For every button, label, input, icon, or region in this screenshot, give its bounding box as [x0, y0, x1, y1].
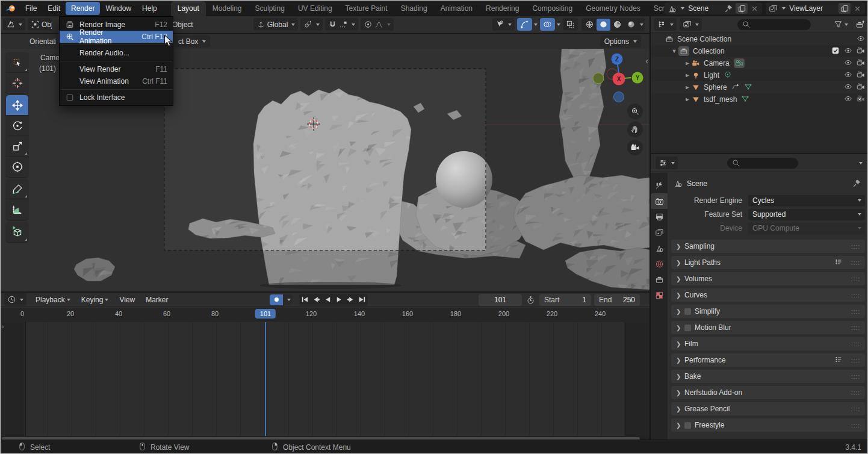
light-data-icon[interactable] — [724, 70, 732, 81]
mesh-data-icon[interactable] — [744, 82, 752, 93]
pin-icon[interactable] — [724, 4, 733, 13]
drag-grip-icon[interactable]: :::: — [851, 341, 860, 347]
tab-compositing[interactable]: Compositing — [525, 1, 579, 16]
preset-list-icon[interactable] — [834, 355, 843, 365]
shading-wireframe-button[interactable] — [583, 19, 597, 31]
field-value-dropdown[interactable]: Cycles — [748, 195, 865, 207]
section-performance[interactable]: ❯ Performance :::: — [671, 353, 865, 367]
shading-solid-button[interactable] — [597, 19, 610, 31]
eye-icon[interactable] — [844, 82, 852, 93]
expander-icon[interactable]: ► — [684, 60, 690, 66]
section-curves[interactable]: ❯ Curves :::: — [671, 288, 865, 302]
channel-expand-arrow[interactable]: › — [2, 323, 4, 330]
mode-dropdown[interactable]: Obje — [28, 18, 52, 31]
topbar-menu-file[interactable]: File — [20, 2, 42, 15]
auto-keying-toggle[interactable] — [270, 294, 283, 305]
animated-icon[interactable] — [731, 82, 740, 93]
tool-scale[interactable] — [6, 136, 28, 157]
section-volumes[interactable]: ❯ Volumes :::: — [671, 272, 865, 285]
drag-grip-icon[interactable]: :::: — [851, 406, 860, 412]
jump-to-start-button[interactable] — [299, 294, 311, 305]
section-checkbox[interactable] — [684, 422, 691, 429]
frame-end-field[interactable]: End250 — [594, 294, 640, 306]
expander-icon[interactable]: ▼ — [671, 48, 677, 54]
options-dropdown[interactable]: Options — [600, 36, 641, 48]
show-object-types-dropdown[interactable] — [492, 18, 515, 31]
section-sampling[interactable]: ❯ Sampling :::: — [671, 240, 865, 253]
playhead-line[interactable] — [265, 322, 266, 436]
eye-icon[interactable] — [844, 46, 852, 57]
outliner-search[interactable] — [737, 19, 811, 30]
close-icon[interactable] — [750, 4, 759, 13]
outliner-row-camera[interactable]: ► Camera — [651, 57, 868, 69]
section-motion-blur[interactable]: ❯ Motion Blur :::: — [671, 321, 865, 334]
timeline-ruler[interactable]: 020406080120140160180200220240101 — [1, 308, 649, 322]
camera-restrict-icon[interactable] — [857, 46, 865, 57]
tab-layout[interactable]: Layout — [171, 1, 206, 16]
properties-tab-world[interactable] — [651, 256, 668, 272]
scene-copy-button[interactable] — [736, 3, 748, 14]
properties-editor-type-button[interactable] — [656, 157, 678, 169]
tool-rotate[interactable] — [6, 116, 28, 136]
camera-restrict-icon[interactable] — [857, 58, 865, 69]
viewlayer-copy-button[interactable] — [839, 3, 851, 14]
properties-tab-output[interactable] — [651, 209, 668, 225]
next-keyframe-button[interactable] — [345, 294, 356, 305]
outliner-editor-type-button[interactable] — [654, 18, 677, 31]
section-nerfstudio-add-on[interactable]: ❯ Nerfstudio Add-on :::: — [671, 386, 865, 399]
properties-tab-tool[interactable] — [651, 178, 668, 193]
camera-restrict-off-icon[interactable] — [857, 95, 865, 105]
stopwatch-icon[interactable] — [526, 296, 535, 305]
properties-tab-scene[interactable] — [651, 240, 668, 256]
timeline-body[interactable]: › — [1, 322, 649, 436]
section-bake[interactable]: ❯ Bake :::: — [671, 370, 865, 383]
current-frame-field[interactable]: 101 — [479, 294, 522, 306]
properties-tab-texture[interactable] — [651, 287, 668, 303]
eye-icon[interactable] — [857, 34, 865, 45]
camera-restrict-icon[interactable] — [857, 82, 865, 93]
menu-item-view-render[interactable]: View RenderF11 — [60, 63, 173, 75]
sphere-object[interactable] — [436, 151, 492, 208]
playhead-chip[interactable]: 101 — [255, 309, 276, 319]
tab-sculpting[interactable]: Sculpting — [249, 1, 291, 16]
topbar-menu-help[interactable]: Help — [137, 2, 163, 15]
jump-to-end-button[interactable] — [356, 294, 368, 305]
properties-tab-render[interactable] — [651, 193, 668, 209]
outliner-row-collection[interactable]: ▼ Collection — [651, 45, 868, 57]
scene-selector[interactable]: Scene — [665, 2, 762, 14]
shading-material-button[interactable] — [610, 19, 624, 31]
menu-item-render-animation[interactable]: Render AnimationCtrl F12 — [60, 31, 173, 43]
outliner-row-scene-collection[interactable]: Scene Collection — [651, 33, 868, 45]
section-grease-pencil[interactable]: ❯ Grease Pencil :::: — [671, 402, 865, 415]
proportional-editing[interactable] — [361, 18, 394, 31]
expander-icon[interactable]: ► — [684, 84, 690, 90]
tab-uv-editing[interactable]: UV Editing — [291, 1, 339, 16]
gizmos-toggle[interactable] — [517, 18, 532, 31]
tool-measure[interactable] — [6, 199, 28, 220]
menu-item-render-audio[interactable]: Render Audio... — [60, 47, 173, 59]
overlays-toggle[interactable] — [540, 18, 555, 31]
topbar-menu-edit[interactable]: Edit — [42, 2, 66, 15]
section-film[interactable]: ❯ Film :::: — [671, 337, 865, 350]
drag-grip-icon[interactable]: :::: — [851, 308, 860, 315]
field-value-dropdown[interactable]: GPU Compute — [748, 223, 865, 234]
eye-icon[interactable] — [844, 95, 852, 105]
topbar-menu-window[interactable]: Window — [100, 2, 137, 15]
tool-annotate[interactable] — [6, 179, 28, 199]
outliner-row-light[interactable]: ► Light — [651, 69, 868, 81]
tab-shading[interactable]: Shading — [394, 1, 434, 16]
outliner-filter-button[interactable] — [834, 20, 848, 29]
topbar-menu-render[interactable]: Render — [66, 2, 100, 15]
pivot-point-dropdown[interactable] — [300, 18, 323, 31]
properties-tab-collection[interactable] — [651, 272, 668, 287]
drag-grip-icon[interactable]: :::: — [851, 260, 860, 266]
play-reverse-button[interactable] — [322, 294, 333, 305]
previous-keyframe-button[interactable] — [311, 294, 322, 305]
eye-icon[interactable] — [844, 70, 852, 81]
shading-rendered-button[interactable] — [624, 19, 638, 31]
nav-zoom-button[interactable] — [627, 104, 643, 119]
tool-cursor[interactable] — [6, 73, 28, 93]
timeline-menu-keying[interactable]: Keying — [76, 296, 114, 304]
render-checkbox-icon[interactable] — [831, 46, 840, 57]
drag-grip-icon[interactable]: :::: — [851, 373, 860, 380]
